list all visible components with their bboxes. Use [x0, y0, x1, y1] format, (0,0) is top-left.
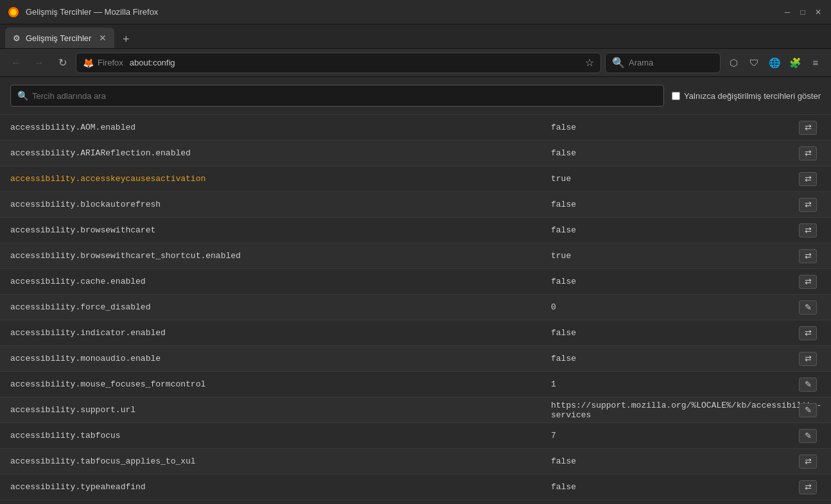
config-action-cell: ⇄	[795, 480, 821, 494]
config-pref-name: accessibility.support.url	[10, 405, 551, 415]
config-pref-value: false	[551, 482, 795, 492]
maximize-button[interactable]: □	[798, 7, 808, 17]
config-action-cell: ⇄	[795, 198, 821, 212]
only-changed-wrap: Yalnızca değiştirilmiş tercihleri göster	[672, 91, 821, 101]
config-pref-name: accessibility.AOM.enabled	[10, 123, 551, 132]
only-changed-checkbox[interactable]	[672, 92, 680, 100]
toggle-button[interactable]: ⇄	[799, 172, 817, 186]
config-action-cell: ⇄	[795, 326, 821, 340]
config-pref-name: accessibility.tabfocus	[10, 431, 551, 440]
toggle-button[interactable]: ⇄	[799, 455, 817, 469]
config-pref-name: accessibility.browsewithcaret_shortcut.e…	[10, 251, 551, 261]
table-row: accessibility.monoaudio.enablefalse⇄	[0, 346, 831, 372]
config-table: accessibility.AOM.enabledfalse⇄accessibi…	[0, 115, 831, 504]
table-row: accessibility.cache.enabledfalse⇄	[0, 269, 831, 295]
window-title: Gelişmiş Tercihler — Mozilla Firefox	[26, 7, 776, 17]
config-search-input[interactable]	[32, 91, 657, 101]
toggle-button[interactable]: ⇄	[799, 121, 817, 135]
config-action-cell: ✎	[795, 378, 821, 392]
config-area: 🔍 Yalnızca değiştirilmiş tercihleri göst…	[0, 77, 831, 504]
window-controls[interactable]: ─ □ ✕	[782, 7, 823, 17]
config-pref-name: accessibility.blockautorefresh	[10, 200, 551, 209]
reload-button[interactable]: ↻	[53, 53, 72, 73]
table-row: accessibility.tabfocus_applies_to_xulfal…	[0, 449, 831, 474]
config-action-cell: ⇄	[795, 352, 821, 366]
menu-button[interactable]: ≡	[807, 54, 825, 72]
address-prefix: Firefox	[98, 58, 123, 67]
extension-button[interactable]: 🧩	[786, 54, 804, 72]
firefox-icon	[8, 6, 19, 18]
table-row: accessibility.blockautorefreshfalse⇄	[0, 192, 831, 218]
back-button[interactable]: ←	[6, 53, 26, 73]
title-bar: Gelişmiş Tercihler — Mozilla Firefox ─ □…	[0, 0, 831, 24]
config-search-wrap[interactable]: 🔍	[10, 85, 664, 107]
config-pref-name: accessibility.typeaheadfind	[10, 482, 551, 492]
config-pref-value: https://support.mozilla.org/%LOCALE%/kb/…	[551, 401, 795, 420]
config-action-cell: ⇄	[795, 121, 821, 135]
toggle-button[interactable]: ⇄	[799, 480, 817, 494]
toggle-button[interactable]: ⇄	[799, 352, 817, 366]
shield-button[interactable]: 🛡	[745, 54, 763, 72]
table-row: accessibility.accesskeycausesactivationt…	[0, 166, 831, 192]
edit-button[interactable]: ✎	[799, 429, 817, 443]
toggle-button[interactable]: ⇄	[799, 223, 817, 238]
search-icon: 🔍	[612, 56, 625, 69]
table-row: accessibility.indicator.enabledfalse⇄	[0, 320, 831, 346]
config-pref-name: accessibility.tabfocus_applies_to_xul	[10, 456, 551, 466]
toggle-button[interactable]: ⇄	[799, 275, 817, 289]
edit-button[interactable]: ✎	[799, 403, 817, 417]
close-button[interactable]: ✕	[813, 7, 823, 17]
config-pref-name: accessibility.accesskeycausesactivation	[10, 174, 551, 184]
config-pref-name: accessibility.force_disabled	[10, 302, 551, 312]
config-pref-value: false	[551, 328, 795, 338]
config-action-cell: ⇄	[795, 223, 821, 238]
config-pref-name: accessibility.browsewithcaret	[10, 225, 551, 235]
config-pref-value: 1	[551, 379, 795, 389]
tab-favicon: ⚙	[13, 33, 21, 43]
config-pref-value: true	[551, 174, 795, 184]
pocket-button[interactable]: ⬡	[724, 54, 742, 72]
globe-button[interactable]: 🌐	[765, 54, 783, 72]
config-pref-value: true	[551, 251, 795, 261]
toggle-button[interactable]: ⇄	[799, 146, 817, 161]
config-action-cell: ✎	[795, 429, 821, 443]
config-action-cell: ✎	[795, 300, 821, 315]
config-search-icon: 🔍	[17, 91, 28, 101]
table-row: accessibility.ARIAReflection.enabledfals…	[0, 141, 831, 166]
toggle-button[interactable]: ⇄	[799, 198, 817, 212]
config-action-cell: ⇄	[795, 249, 821, 263]
config-pref-name: accessibility.monoaudio.enable	[10, 354, 551, 363]
config-pref-name: accessibility.indicator.enabled	[10, 328, 551, 338]
tab-close-button[interactable]: ✕	[99, 33, 107, 43]
minimize-button[interactable]: ─	[782, 7, 792, 17]
config-pref-name: accessibility.mouse_focuses_formcontrol	[10, 379, 551, 389]
address-text: about:config	[130, 58, 581, 67]
table-row: accessibility.support.urlhttps://support…	[0, 397, 831, 423]
config-pref-value: 7	[551, 431, 795, 440]
edit-button[interactable]: ✎	[799, 378, 817, 392]
active-tab[interactable]: ⚙ Gelişmiş Tercihler ✕	[5, 28, 114, 48]
address-favicon: 🦊	[83, 58, 94, 68]
toggle-button[interactable]: ⇄	[799, 326, 817, 340]
svg-point-1	[10, 9, 17, 15]
config-pref-name: accessibility.ARIAReflection.enabled	[10, 148, 551, 158]
config-pref-value: false	[551, 456, 795, 466]
new-tab-button[interactable]: +	[117, 30, 135, 48]
table-row: accessibility.AOM.enabledfalse⇄	[0, 115, 831, 141]
config-pref-value: false	[551, 148, 795, 158]
config-action-cell: ⇄	[795, 172, 821, 186]
config-action-cell: ⇄	[795, 275, 821, 289]
table-row: accessibility.browsewithcaret_shortcut.e…	[0, 243, 831, 269]
tab-bar: ⚙ Gelişmiş Tercihler ✕ +	[0, 24, 831, 49]
forward-button[interactable]: →	[30, 53, 49, 73]
config-action-cell: ✎	[795, 403, 821, 417]
config-pref-name: accessibility.cache.enabled	[10, 277, 551, 286]
toggle-button[interactable]: ⇄	[799, 249, 817, 263]
nav-bar: ← → ↻ 🦊 Firefox about:config ☆ 🔍 Arama ⬡…	[0, 49, 831, 77]
search-box[interactable]: 🔍 Arama	[605, 53, 721, 73]
address-bar[interactable]: 🦊 Firefox about:config ☆	[76, 53, 601, 73]
bookmark-star-icon[interactable]: ☆	[585, 56, 594, 69]
edit-button[interactable]: ✎	[799, 300, 817, 315]
config-pref-value: 0	[551, 302, 795, 312]
config-action-cell: ⇄	[795, 455, 821, 469]
